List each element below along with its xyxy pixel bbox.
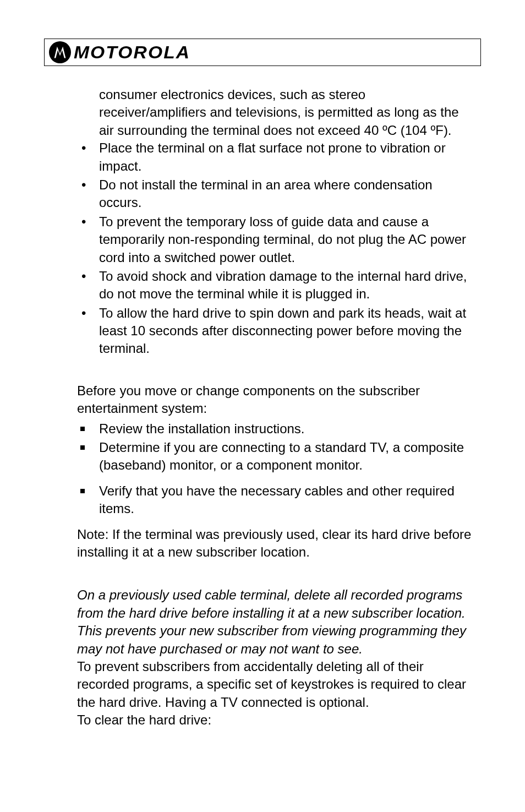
list-item: Place the terminal on a flat surface not… [77, 139, 475, 175]
pre-checklist-paragraph: Before you move or change components on … [77, 382, 475, 418]
secondary-content: Before you move or change components on … [44, 382, 481, 729]
note-paragraph: Note: If the terminal was previously use… [77, 526, 475, 562]
list-item: To allow the hard drive to spin down and… [77, 304, 475, 358]
list-item: Do not install the terminal in an area w… [77, 176, 475, 212]
list-item-text: Verify that you have the necessary cable… [99, 483, 455, 516]
list-item-text: To allow the hard drive to spin down and… [99, 306, 466, 356]
list-item: Verify that you have the necessary cable… [77, 482, 475, 518]
header-box: MOTOROLA [44, 39, 481, 66]
clear-drive-intro: To clear the hard drive: [77, 711, 475, 729]
main-content: consumer electronics devices, such as st… [44, 86, 481, 358]
list-item-text: Review the installation instructions. [99, 421, 305, 436]
instructions-paragraph: To prevent subscribers from accidentally… [77, 658, 475, 711]
continuation-paragraph: consumer electronics devices, such as st… [99, 86, 475, 139]
list-item: To avoid shock and vibration damage to t… [77, 268, 475, 303]
list-item: To prevent the temporary loss of guide d… [77, 213, 475, 266]
list-item: Determine if you are connecting to a sta… [77, 439, 475, 475]
italic-warning-paragraph: On a previously used cable terminal, del… [77, 586, 475, 658]
motorola-logo-icon [49, 41, 71, 63]
list-item-text: Determine if you are connecting to a sta… [99, 440, 464, 472]
list-item-text: To avoid shock and vibration damage to t… [99, 269, 467, 301]
brand-wordmark: MOTOROLA [74, 42, 190, 63]
list-item-text: To prevent the temporary loss of guide d… [99, 214, 466, 265]
list-item: Review the installation instructions. [77, 420, 475, 438]
motorola-m-icon [53, 45, 67, 59]
guidelines-bullet-list: Place the terminal on a flat surface not… [77, 139, 475, 358]
checklist-square-list: Review the installation instructions. De… [77, 420, 475, 518]
list-item-text: Place the terminal on a flat surface not… [99, 140, 446, 173]
list-item-text: Do not install the terminal in an area w… [99, 177, 433, 210]
document-page: MOTOROLA consumer electronics devices, s… [0, 0, 525, 751]
